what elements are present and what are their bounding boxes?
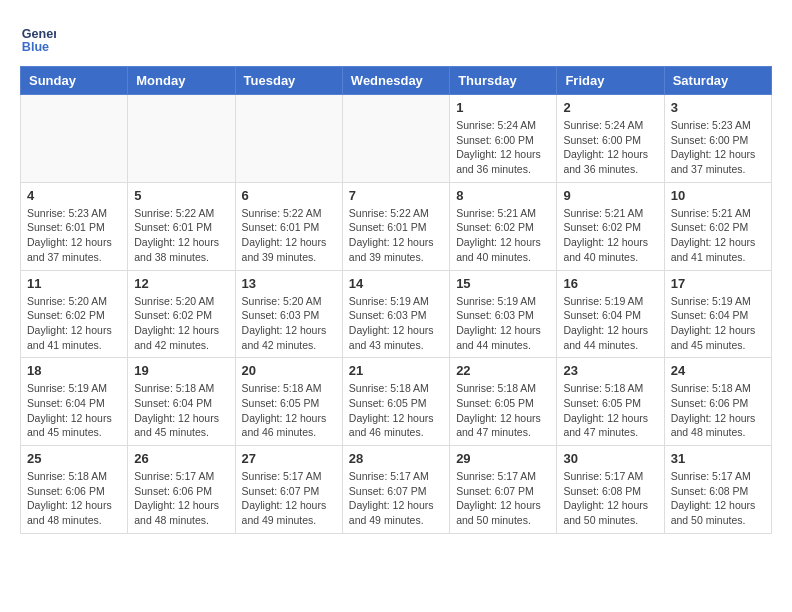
day-info: Sunrise: 5:18 AM Sunset: 6:06 PM Dayligh… [671, 381, 765, 440]
calendar-cell: 11Sunrise: 5:20 AM Sunset: 6:02 PM Dayli… [21, 270, 128, 358]
calendar-cell [21, 95, 128, 183]
day-number: 5 [134, 188, 228, 203]
day-number: 11 [27, 276, 121, 291]
calendar-cell: 21Sunrise: 5:18 AM Sunset: 6:05 PM Dayli… [342, 358, 449, 446]
day-info: Sunrise: 5:19 AM Sunset: 6:04 PM Dayligh… [563, 294, 657, 353]
day-number: 23 [563, 363, 657, 378]
day-number: 27 [242, 451, 336, 466]
day-number: 2 [563, 100, 657, 115]
day-number: 12 [134, 276, 228, 291]
day-info: Sunrise: 5:21 AM Sunset: 6:02 PM Dayligh… [456, 206, 550, 265]
day-info: Sunrise: 5:24 AM Sunset: 6:00 PM Dayligh… [456, 118, 550, 177]
calendar-cell: 17Sunrise: 5:19 AM Sunset: 6:04 PM Dayli… [664, 270, 771, 358]
calendar-cell: 8Sunrise: 5:21 AM Sunset: 6:02 PM Daylig… [450, 182, 557, 270]
calendar-cell: 10Sunrise: 5:21 AM Sunset: 6:02 PM Dayli… [664, 182, 771, 270]
day-info: Sunrise: 5:18 AM Sunset: 6:06 PM Dayligh… [27, 469, 121, 528]
svg-text:Blue: Blue [22, 40, 49, 54]
day-number: 18 [27, 363, 121, 378]
calendar-cell: 30Sunrise: 5:17 AM Sunset: 6:08 PM Dayli… [557, 446, 664, 534]
day-info: Sunrise: 5:19 AM Sunset: 6:03 PM Dayligh… [349, 294, 443, 353]
day-number: 10 [671, 188, 765, 203]
day-number: 7 [349, 188, 443, 203]
day-info: Sunrise: 5:18 AM Sunset: 6:04 PM Dayligh… [134, 381, 228, 440]
calendar-cell: 7Sunrise: 5:22 AM Sunset: 6:01 PM Daylig… [342, 182, 449, 270]
day-info: Sunrise: 5:20 AM Sunset: 6:02 PM Dayligh… [27, 294, 121, 353]
day-info: Sunrise: 5:17 AM Sunset: 6:07 PM Dayligh… [349, 469, 443, 528]
day-info: Sunrise: 5:21 AM Sunset: 6:02 PM Dayligh… [563, 206, 657, 265]
day-number: 14 [349, 276, 443, 291]
calendar-cell: 23Sunrise: 5:18 AM Sunset: 6:05 PM Dayli… [557, 358, 664, 446]
day-info: Sunrise: 5:17 AM Sunset: 6:06 PM Dayligh… [134, 469, 228, 528]
weekday-header-tuesday: Tuesday [235, 67, 342, 95]
day-number: 24 [671, 363, 765, 378]
calendar-cell: 4Sunrise: 5:23 AM Sunset: 6:01 PM Daylig… [21, 182, 128, 270]
calendar-cell: 14Sunrise: 5:19 AM Sunset: 6:03 PM Dayli… [342, 270, 449, 358]
day-number: 1 [456, 100, 550, 115]
weekday-header-wednesday: Wednesday [342, 67, 449, 95]
weekday-header-friday: Friday [557, 67, 664, 95]
calendar-cell: 29Sunrise: 5:17 AM Sunset: 6:07 PM Dayli… [450, 446, 557, 534]
day-number: 6 [242, 188, 336, 203]
day-number: 30 [563, 451, 657, 466]
day-number: 26 [134, 451, 228, 466]
week-row-2: 11Sunrise: 5:20 AM Sunset: 6:02 PM Dayli… [21, 270, 772, 358]
calendar-cell: 1Sunrise: 5:24 AM Sunset: 6:00 PM Daylig… [450, 95, 557, 183]
day-number: 21 [349, 363, 443, 378]
calendar-cell: 15Sunrise: 5:19 AM Sunset: 6:03 PM Dayli… [450, 270, 557, 358]
day-info: Sunrise: 5:20 AM Sunset: 6:03 PM Dayligh… [242, 294, 336, 353]
calendar-cell [235, 95, 342, 183]
calendar-cell: 2Sunrise: 5:24 AM Sunset: 6:00 PM Daylig… [557, 95, 664, 183]
calendar-cell [342, 95, 449, 183]
day-info: Sunrise: 5:17 AM Sunset: 6:08 PM Dayligh… [671, 469, 765, 528]
day-info: Sunrise: 5:17 AM Sunset: 6:07 PM Dayligh… [456, 469, 550, 528]
calendar-cell: 22Sunrise: 5:18 AM Sunset: 6:05 PM Dayli… [450, 358, 557, 446]
day-info: Sunrise: 5:22 AM Sunset: 6:01 PM Dayligh… [242, 206, 336, 265]
day-info: Sunrise: 5:18 AM Sunset: 6:05 PM Dayligh… [349, 381, 443, 440]
calendar-cell: 31Sunrise: 5:17 AM Sunset: 6:08 PM Dayli… [664, 446, 771, 534]
week-row-1: 4Sunrise: 5:23 AM Sunset: 6:01 PM Daylig… [21, 182, 772, 270]
day-number: 9 [563, 188, 657, 203]
calendar-cell: 3Sunrise: 5:23 AM Sunset: 6:00 PM Daylig… [664, 95, 771, 183]
calendar-cell: 20Sunrise: 5:18 AM Sunset: 6:05 PM Dayli… [235, 358, 342, 446]
logo: General Blue [20, 20, 56, 56]
day-number: 28 [349, 451, 443, 466]
day-info: Sunrise: 5:19 AM Sunset: 6:03 PM Dayligh… [456, 294, 550, 353]
day-info: Sunrise: 5:17 AM Sunset: 6:07 PM Dayligh… [242, 469, 336, 528]
weekday-header-row: SundayMondayTuesdayWednesdayThursdayFrid… [21, 67, 772, 95]
day-info: Sunrise: 5:23 AM Sunset: 6:00 PM Dayligh… [671, 118, 765, 177]
day-number: 19 [134, 363, 228, 378]
day-number: 29 [456, 451, 550, 466]
calendar-cell: 28Sunrise: 5:17 AM Sunset: 6:07 PM Dayli… [342, 446, 449, 534]
weekday-header-monday: Monday [128, 67, 235, 95]
day-number: 25 [27, 451, 121, 466]
day-info: Sunrise: 5:18 AM Sunset: 6:05 PM Dayligh… [242, 381, 336, 440]
day-info: Sunrise: 5:20 AM Sunset: 6:02 PM Dayligh… [134, 294, 228, 353]
day-info: Sunrise: 5:17 AM Sunset: 6:08 PM Dayligh… [563, 469, 657, 528]
week-row-4: 25Sunrise: 5:18 AM Sunset: 6:06 PM Dayli… [21, 446, 772, 534]
day-info: Sunrise: 5:21 AM Sunset: 6:02 PM Dayligh… [671, 206, 765, 265]
day-number: 16 [563, 276, 657, 291]
calendar-cell: 13Sunrise: 5:20 AM Sunset: 6:03 PM Dayli… [235, 270, 342, 358]
calendar-cell: 24Sunrise: 5:18 AM Sunset: 6:06 PM Dayli… [664, 358, 771, 446]
day-info: Sunrise: 5:18 AM Sunset: 6:05 PM Dayligh… [456, 381, 550, 440]
week-row-3: 18Sunrise: 5:19 AM Sunset: 6:04 PM Dayli… [21, 358, 772, 446]
logo-icon: General Blue [20, 20, 56, 56]
calendar-cell: 18Sunrise: 5:19 AM Sunset: 6:04 PM Dayli… [21, 358, 128, 446]
day-info: Sunrise: 5:22 AM Sunset: 6:01 PM Dayligh… [349, 206, 443, 265]
calendar-cell: 6Sunrise: 5:22 AM Sunset: 6:01 PM Daylig… [235, 182, 342, 270]
day-number: 22 [456, 363, 550, 378]
day-info: Sunrise: 5:22 AM Sunset: 6:01 PM Dayligh… [134, 206, 228, 265]
day-number: 13 [242, 276, 336, 291]
header: General Blue [20, 20, 772, 56]
day-info: Sunrise: 5:24 AM Sunset: 6:00 PM Dayligh… [563, 118, 657, 177]
day-info: Sunrise: 5:19 AM Sunset: 6:04 PM Dayligh… [27, 381, 121, 440]
calendar-cell: 26Sunrise: 5:17 AM Sunset: 6:06 PM Dayli… [128, 446, 235, 534]
day-number: 17 [671, 276, 765, 291]
calendar-cell: 25Sunrise: 5:18 AM Sunset: 6:06 PM Dayli… [21, 446, 128, 534]
day-info: Sunrise: 5:18 AM Sunset: 6:05 PM Dayligh… [563, 381, 657, 440]
week-row-0: 1Sunrise: 5:24 AM Sunset: 6:00 PM Daylig… [21, 95, 772, 183]
weekday-header-saturday: Saturday [664, 67, 771, 95]
calendar-cell: 27Sunrise: 5:17 AM Sunset: 6:07 PM Dayli… [235, 446, 342, 534]
weekday-header-thursday: Thursday [450, 67, 557, 95]
calendar-cell: 9Sunrise: 5:21 AM Sunset: 6:02 PM Daylig… [557, 182, 664, 270]
